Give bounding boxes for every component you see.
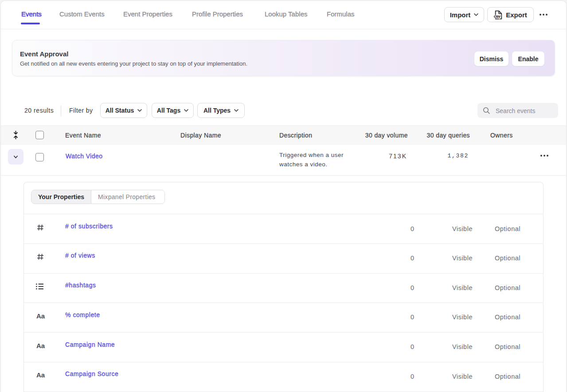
svg-text:CSV: CSV [494,14,501,18]
